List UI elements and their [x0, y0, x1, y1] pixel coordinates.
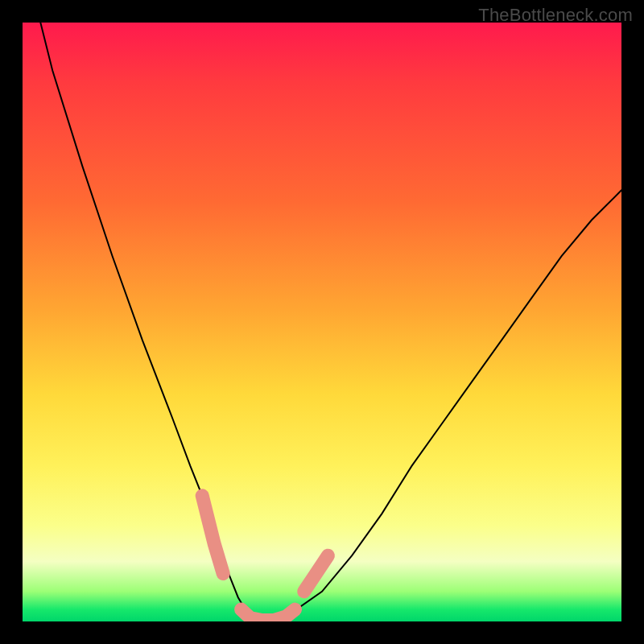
fit-marker-segment: [242, 609, 295, 620]
watermark-text: TheBottleneck.com: [478, 5, 633, 26]
chart-frame: TheBottleneck.com: [0, 0, 644, 644]
fit-marker-segment: [304, 555, 328, 592]
fit-range-markers: [202, 496, 328, 621]
fit-marker-segment: [202, 496, 223, 574]
chart-plot-area: [23, 23, 621, 621]
bottleneck-curve: [40, 23, 621, 621]
chart-curve-layer: [23, 23, 621, 621]
